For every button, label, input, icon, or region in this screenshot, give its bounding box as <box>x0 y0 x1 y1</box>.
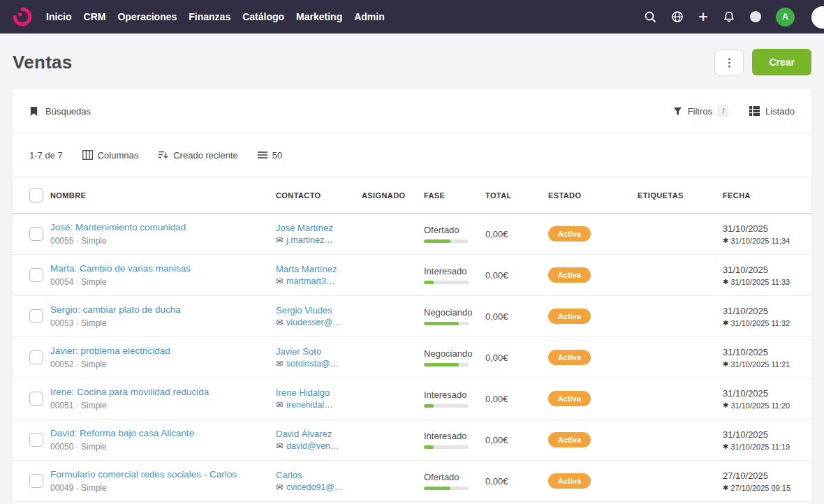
status-badge[interactable]: Activa <box>548 391 591 406</box>
navbar-icons: + A <box>644 8 795 27</box>
star-icon: ✱ <box>723 278 728 286</box>
bell-icon[interactable] <box>723 10 735 23</box>
nav-item-catalogo[interactable]: Catálogo <box>242 11 284 22</box>
star-icon: ✱ <box>723 237 728 244</box>
contact-email-link[interactable]: cvicedo91@… <box>286 482 343 492</box>
col-header-fase[interactable]: FASE <box>424 191 485 200</box>
table-row: José: Mantenimiento comunidad 00055 · Si… <box>13 214 811 255</box>
saved-searches-button[interactable]: Búsquedas <box>29 106 91 117</box>
fase-label: Ofertado <box>424 472 459 482</box>
col-header-nombre[interactable]: NOMBRE <box>50 191 276 200</box>
total-value: 0,00€ <box>485 311 548 322</box>
contact-name-link[interactable]: Sergio Viudes <box>276 305 332 316</box>
contact-name-link[interactable]: Carlos <box>276 470 302 480</box>
deal-name-link[interactable]: Formulario comercial redes sociales - Ca… <box>50 469 237 481</box>
nav-item-inicio[interactable]: Inicio <box>46 11 72 22</box>
fecha-detail: ✱ 31/10/2025 11:32 <box>723 319 790 327</box>
fase-progress-bar <box>424 281 469 284</box>
row-checkbox[interactable] <box>29 474 43 488</box>
filters-button[interactable]: Filtros f <box>673 105 728 117</box>
row-checkbox[interactable] <box>29 268 43 282</box>
fecha-value: 31/10/2025 <box>723 306 768 316</box>
columns-icon <box>82 150 93 160</box>
contact-email-link[interactable]: irenehidal… <box>286 400 333 410</box>
plus-icon[interactable]: + <box>698 10 708 23</box>
nav-item-crm[interactable]: CRM <box>84 11 106 22</box>
fecha-value: 31/10/2025 <box>723 347 768 357</box>
contact-name-link[interactable]: Irene Hidalgo <box>276 387 330 398</box>
view-switcher-button[interactable]: Listado <box>749 106 795 117</box>
main-menu: Inicio CRM Operaciones Finanzas Catálogo… <box>46 11 385 22</box>
col-header-asignado[interactable]: ASIGNADO <box>362 191 424 200</box>
status-badge[interactable]: Activa <box>548 350 591 365</box>
page-size-label: 50 <box>272 150 282 161</box>
list-view-label: Listado <box>765 106 795 117</box>
mail-icon: ✉ <box>276 482 283 492</box>
nav-item-marketing[interactable]: Marketing <box>296 11 342 22</box>
fecha-detail: ✱ 31/10/2025 11:21 <box>723 360 790 369</box>
deal-code: 00053 · Simple <box>50 318 107 328</box>
deal-name-link[interactable]: Sergio: cambiar plato de ducha <box>50 304 181 316</box>
nav-item-finanzas[interactable]: Finanzas <box>189 11 230 22</box>
fase-progress-bar <box>424 239 469 243</box>
nav-item-admin[interactable]: Admin <box>354 11 385 22</box>
fecha-value: 31/10/2025 <box>723 429 768 440</box>
more-actions-button[interactable]: ⋮ <box>714 50 744 75</box>
deal-name-link[interactable]: Marta: Cambio de varias manisas <box>50 263 191 275</box>
app-logo-icon <box>12 6 33 27</box>
columns-button[interactable]: Columnas <box>82 150 139 161</box>
globe-icon[interactable] <box>671 10 684 23</box>
contact-name-link[interactable]: Marta Martínez <box>276 264 337 274</box>
select-all-checkbox[interactable] <box>29 188 43 202</box>
table-row: Sergio: cambiar plato de ducha 00053 · S… <box>13 296 811 337</box>
status-badge[interactable]: Activa <box>548 226 591 242</box>
page-size-button[interactable]: 50 <box>258 150 282 161</box>
col-header-estado[interactable]: ESTADO <box>548 191 638 200</box>
contact-name-link[interactable]: Javier Soto <box>276 346 321 357</box>
star-icon: ✱ <box>723 484 728 491</box>
deal-name-link[interactable]: Irene: Cocina para movilidad reducida <box>50 387 209 399</box>
contact-email-link[interactable]: viudesser@… <box>286 318 341 327</box>
status-badge[interactable]: Activa <box>548 267 591 283</box>
total-value: 0,00€ <box>485 229 548 239</box>
nav-item-operaciones[interactable]: Operaciones <box>117 11 177 22</box>
deal-name-link[interactable]: David: Reforma bajo casa Alicante <box>50 428 194 440</box>
deal-name-link[interactable]: José: Mantenimiento comunidad <box>50 222 186 234</box>
mail-icon: ✉ <box>276 276 283 286</box>
status-badge[interactable]: Activa <box>548 473 591 489</box>
col-header-contacto[interactable]: CONTACTO <box>276 191 362 200</box>
page-title: Ventas <box>13 52 73 73</box>
table-row: Javier: problema electricidad 00052 · Si… <box>13 337 811 378</box>
col-header-etiquetas[interactable]: ETIQUETAS <box>638 191 723 200</box>
deal-code: 00049 · Simple <box>50 483 107 493</box>
contact-email-link[interactable]: martmart3… <box>286 276 334 286</box>
app-logo[interactable] <box>11 6 34 28</box>
row-checkbox[interactable] <box>29 392 43 406</box>
row-checkbox[interactable] <box>29 350 43 364</box>
status-badge[interactable]: Activa <box>548 309 591 324</box>
create-button[interactable]: Crear <box>752 49 811 75</box>
apps-icon[interactable] <box>750 11 761 22</box>
sort-button[interactable]: Creado reciente <box>158 150 238 161</box>
total-value: 0,00€ <box>485 270 548 281</box>
contact-email-link[interactable]: j.martinez… <box>286 235 333 245</box>
row-checkbox[interactable] <box>29 227 43 241</box>
saved-searches-label: Búsquedas <box>45 106 91 117</box>
fase-progress-bar <box>424 322 469 325</box>
table-header: NOMBRE CONTACTO ASIGNADO FASE TOTAL ESTA… <box>13 177 811 214</box>
contact-name-link[interactable]: David Álvarez <box>276 429 332 439</box>
fecha-detail: ✱ 31/10/2025 11:19 <box>723 443 790 451</box>
avatar[interactable]: A <box>776 8 795 27</box>
contact-name-link[interactable]: José Martínez <box>276 223 333 233</box>
contact-email-link[interactable]: david@ven… <box>286 441 339 451</box>
star-icon: ✱ <box>723 319 728 327</box>
status-badge[interactable]: Activa <box>548 432 591 447</box>
chat-widget[interactable] <box>811 6 824 29</box>
row-checkbox[interactable] <box>29 309 43 323</box>
row-checkbox[interactable] <box>29 433 43 447</box>
col-header-total[interactable]: TOTAL <box>485 191 548 200</box>
deal-name-link[interactable]: Javier: problema electricidad <box>50 346 170 357</box>
col-header-fecha[interactable]: FECHA <box>723 191 795 200</box>
contact-email-link[interactable]: sotoinsta@… <box>286 359 339 369</box>
search-icon[interactable] <box>644 10 656 23</box>
